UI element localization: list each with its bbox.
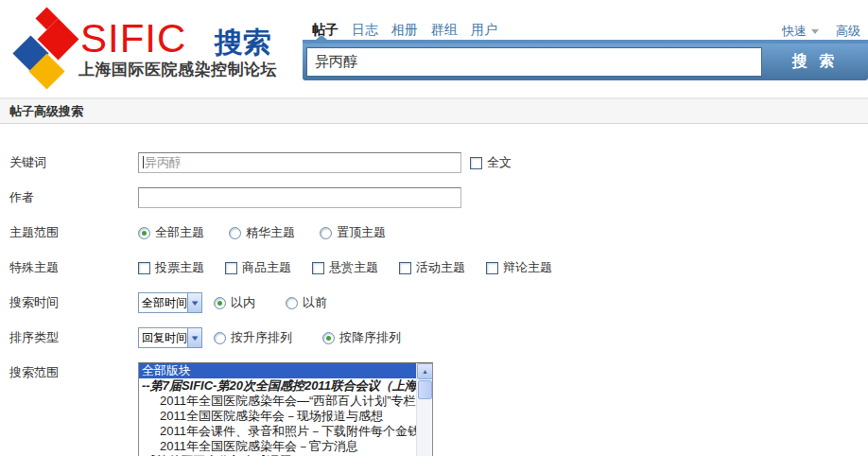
- special-topic-option-label: 辩论主题: [503, 257, 552, 278]
- forum-list-item[interactable]: 全部版块: [139, 363, 416, 378]
- sort-type-select[interactable]: 回复时间 ▼: [138, 327, 202, 348]
- radio-icon[interactable]: [286, 297, 298, 309]
- keyword-label: 关键词: [9, 152, 138, 173]
- forum-list-item[interactable]: 2011年会课件、录音和照片－下载附件每个金钱2分: [139, 424, 416, 439]
- topic-scope-options: 全部主题精华主题置顶主题: [138, 222, 410, 243]
- header: SIFIC 搜索 上海国际医院感染控制论坛 帖子日志相册群组用户 快速 高级 搜…: [0, 0, 868, 97]
- topic-scope-option[interactable]: 全部主题: [138, 222, 204, 243]
- sort-type-option-label: 按降序排列: [339, 327, 401, 348]
- radio-icon[interactable]: [214, 332, 226, 344]
- topic-scope-row: 主题范围 全部主题精华主题置顶主题: [9, 222, 868, 243]
- author-input[interactable]: [138, 187, 461, 208]
- sort-type-option-label: 按升序排列: [231, 327, 292, 348]
- quick-search-link[interactable]: 快速: [782, 23, 819, 40]
- forum-list: 全部版块--第7届SIFIC-第20次全国感控2011联合会议（上海2011年全…: [139, 363, 416, 456]
- forum-scope-listbox[interactable]: 全部版块--第7届SIFIC-第20次全国感控2011联合会议（上海2011年全…: [138, 362, 433, 456]
- special-topics-label: 特殊主题: [9, 257, 138, 278]
- radio-icon[interactable]: [214, 297, 226, 309]
- topic-scope-option[interactable]: 精华主题: [229, 222, 295, 243]
- forum-list-item[interactable]: --第7届SIFIC-第20次全国感控2011联合会议（上海: [139, 378, 416, 394]
- special-topic-option[interactable]: 投票主题: [138, 257, 204, 278]
- checkbox-icon[interactable]: [225, 262, 237, 274]
- topic-scope-option-label: 全部主题: [155, 222, 204, 243]
- topic-scope-option-label: 精华主题: [246, 222, 295, 243]
- checkbox-icon[interactable]: [470, 157, 482, 169]
- special-topic-option[interactable]: 辩论主题: [486, 257, 552, 278]
- search-button[interactable]: 搜 索: [762, 44, 868, 80]
- special-topic-option-label: 活动主题: [416, 257, 465, 278]
- advanced-search-form: 关键词 异丙醇 全文 作者 主题范围 全部主题精华主题置顶主题 特殊主题 投票主…: [0, 124, 868, 456]
- special-topic-option[interactable]: 商品主题: [225, 257, 291, 278]
- header-links: 快速 高级: [782, 23, 860, 40]
- section-title: 帖子高级搜索: [0, 97, 868, 124]
- author-label: 作者: [9, 187, 138, 208]
- search-page: SIFIC 搜索 上海国际医院感染控制论坛 帖子日志相册群组用户 快速 高级 搜…: [0, 0, 868, 456]
- sific-logo-icon: [6, 5, 83, 92]
- sort-type-option[interactable]: 按降序排列: [322, 327, 401, 348]
- tab-用户[interactable]: 用户: [471, 22, 497, 39]
- keyword-input[interactable]: 异丙醇: [138, 152, 461, 173]
- active-tab-pointer-icon: [316, 35, 327, 40]
- search-time-select-value: 全部时间: [139, 295, 187, 311]
- author-row: 作者: [9, 187, 868, 208]
- search-time-row: 搜索时间 全部时间 ▼ 以内以前: [9, 292, 868, 313]
- checkbox-icon[interactable]: [138, 262, 150, 274]
- sort-type-label: 排序类型: [9, 327, 138, 348]
- topic-scope-label: 主题范围: [9, 222, 138, 243]
- search-time-options: 以内以前: [214, 292, 357, 313]
- forum-list-item[interactable]: 2011年全国医院感染年会－官方消息: [139, 439, 416, 454]
- tab-日志[interactable]: 日志: [352, 22, 378, 39]
- special-topic-option-label: 投票主题: [155, 257, 204, 278]
- brand-subtitle: 上海国际医院感染控制论坛: [78, 59, 277, 80]
- special-topic-option-label: 商品主题: [242, 257, 291, 278]
- scrollbar[interactable]: ▲: [416, 363, 432, 456]
- search-scope-row: 搜索范围 全部版块--第7届SIFIC-第20次全国感控2011联合会议（上海2…: [9, 362, 868, 456]
- special-topics-options: 投票主题商品主题悬赏主题活动主题辩论主题: [138, 257, 573, 278]
- keyword-row: 关键词 异丙醇 全文: [9, 152, 868, 173]
- search-time-option[interactable]: 以内: [214, 292, 255, 313]
- search-time-option-label: 以前: [303, 292, 327, 313]
- search-scope-label: 搜索范围: [9, 362, 138, 383]
- advanced-search-link[interactable]: 高级: [836, 23, 860, 40]
- search-time-label: 搜索时间: [9, 292, 138, 313]
- checkbox-icon[interactable]: [312, 262, 324, 274]
- select-dropdown-icon[interactable]: ▼: [187, 293, 201, 312]
- search-time-option-label: 以内: [231, 292, 255, 313]
- topic-scope-option[interactable]: 置顶主题: [320, 222, 386, 243]
- scrollbar-thumb[interactable]: [418, 380, 432, 399]
- special-topic-option[interactable]: 活动主题: [399, 257, 465, 278]
- special-topics-row: 特殊主题 投票主题商品主题悬赏主题活动主题辩论主题: [9, 257, 868, 278]
- fulltext-option[interactable]: 全文: [470, 152, 512, 173]
- special-topic-option[interactable]: 悬赏主题: [312, 257, 378, 278]
- checkbox-icon[interactable]: [486, 262, 498, 274]
- search-time-select[interactable]: 全部时间 ▼: [138, 292, 202, 313]
- sort-type-option[interactable]: 按升序排列: [214, 327, 292, 348]
- sort-type-options: 按升序排列按降序排列: [214, 327, 431, 348]
- forum-list-item[interactable]: 2011全国医院感染年会－现场报道与感想: [139, 409, 416, 424]
- radio-icon[interactable]: [320, 227, 332, 239]
- checkbox-icon[interactable]: [399, 262, 411, 274]
- radio-icon[interactable]: [322, 332, 335, 344]
- main-search-input[interactable]: [306, 47, 762, 77]
- special-topic-option-label: 悬赏主题: [329, 257, 378, 278]
- scroll-up-icon[interactable]: ▲: [417, 363, 433, 379]
- search-time-option[interactable]: 以前: [286, 292, 327, 313]
- topic-scope-option-label: 置顶主题: [337, 222, 386, 243]
- fulltext-label: 全文: [487, 152, 512, 173]
- search-type-tabs: 帖子日志相册群组用户: [312, 22, 497, 39]
- radio-icon[interactable]: [138, 227, 150, 239]
- main-search-bar: 搜 索: [303, 44, 868, 80]
- product-name: 搜索: [215, 24, 271, 62]
- text-caret: [143, 156, 144, 168]
- forum-list-item[interactable]: 2011年全国医院感染年会—“西部百人计划”专栏: [139, 394, 416, 409]
- sort-type-select-value: 回复时间: [139, 330, 187, 346]
- chevron-down-icon: [811, 29, 819, 34]
- sort-type-row: 排序类型 回复时间 ▼ 按升序排列按降序排列: [9, 327, 868, 348]
- tab-相册[interactable]: 相册: [391, 22, 418, 39]
- brand-name: SIFIC: [80, 16, 186, 61]
- tab-群组[interactable]: 群组: [431, 22, 458, 39]
- radio-icon[interactable]: [229, 227, 241, 239]
- select-dropdown-icon[interactable]: ▼: [187, 328, 201, 347]
